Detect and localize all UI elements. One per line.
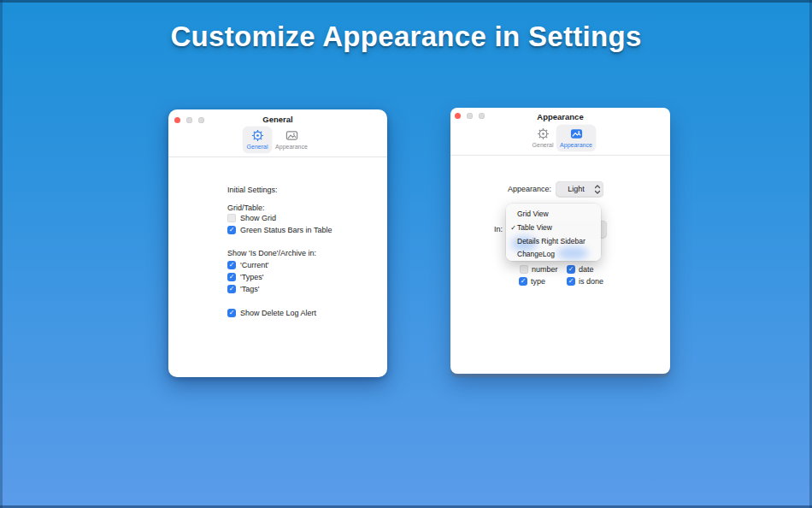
checkbox-number[interactable] (520, 265, 528, 274)
tab-appearance-label: Appearance (556, 142, 596, 148)
stepper-icon (594, 185, 601, 194)
promo-background: Customize Appearance in Settings General… (0, 0, 812, 508)
checkbox-delete-log-alert-label[interactable]: Show Delete Log Alert (240, 309, 316, 317)
checkbox-types[interactable]: ✓ (227, 273, 236, 281)
check-icon: ✓ (227, 285, 236, 293)
tab-general-label: General (528, 142, 557, 148)
checkbox-current[interactable]: ✓ (227, 261, 236, 269)
image-icon (556, 127, 596, 140)
image-icon (274, 129, 309, 142)
tab-appearance-label: Appearance (274, 144, 309, 150)
page-title: Customize Appearance in Settings (0, 21, 812, 53)
tab-general-label: General (243, 144, 272, 150)
menu-item-table-view[interactable]: ✓ Table View (506, 222, 601, 234)
checkbox-tags-label[interactable]: 'Tags' (240, 285, 259, 293)
checkbox-is-done-label[interactable]: is done (579, 277, 603, 286)
view-dropdown-menu: Grid View ✓ Table View Details Right Sid… (506, 204, 601, 261)
general-settings-window: General General Appearance Initial Setti… (168, 109, 387, 377)
menu-item-details-right-sidebar[interactable]: Details Right Sidebar (506, 235, 601, 248)
checkbox-date-label[interactable]: date (579, 265, 594, 274)
toolbar-divider (450, 155, 670, 156)
window-title: General (168, 115, 387, 124)
appearance-popup-button[interactable]: Light (556, 181, 603, 197)
checkbox-tags[interactable]: ✓ (227, 285, 236, 293)
checkbox-green-status-label[interactable]: Green Status Bars in Table (240, 226, 332, 234)
toolbar-divider (168, 157, 387, 157)
checkbox-date[interactable]: ✓ (567, 265, 575, 274)
checkbox-is-done[interactable]: ✓ (567, 277, 575, 286)
in-row-label: In: (494, 225, 503, 233)
menu-item-changelog[interactable]: ChangeLog (506, 248, 601, 261)
checkbox-green-status[interactable]: ✓ (227, 226, 236, 234)
tab-general[interactable]: General (528, 125, 557, 151)
check-icon: ✓ (567, 277, 575, 286)
tab-appearance[interactable]: Appearance (556, 125, 596, 151)
checkbox-type-label[interactable]: type (531, 277, 545, 286)
check-icon: ✓ (567, 265, 575, 274)
checkbox-delete-log-alert[interactable]: ✓ (227, 309, 236, 317)
checkbox-show-grid-label[interactable]: Show Grid (240, 214, 276, 222)
appearance-row-label: Appearance: (450, 185, 551, 193)
appearance-popup-value: Light (556, 181, 597, 197)
tab-appearance[interactable]: Appearance (274, 127, 309, 153)
check-icon: ✓ (227, 261, 236, 269)
checkbox-current-label[interactable]: 'Current' (240, 261, 268, 269)
heading-initial-settings: Initial Settings: (227, 186, 278, 194)
check-icon: ✓ (227, 226, 236, 234)
window-title: Appearance (450, 112, 670, 121)
check-icon: ✓ (227, 273, 236, 281)
heading-grid-table: Grid/Table: (227, 204, 265, 212)
check-icon: ✓ (227, 309, 236, 317)
checkbox-types-label[interactable]: 'Types' (240, 273, 263, 281)
menu-item-grid-view[interactable]: Grid View (506, 208, 601, 221)
dark-edge-frame (0, 0, 812, 508)
tab-general[interactable]: General (243, 127, 272, 153)
checkbox-type[interactable]: ✓ (519, 277, 527, 286)
checkbox-number-label[interactable]: number (532, 265, 558, 274)
appearance-settings-window: Appearance General Appearance Appearance… (450, 108, 670, 374)
check-icon: ✓ (509, 222, 517, 234)
checkbox-show-grid[interactable] (227, 214, 236, 222)
heading-show-done: Show 'Is Done'/Archive in: (227, 249, 316, 257)
gear-icon (528, 127, 557, 140)
gear-icon (243, 129, 272, 142)
check-icon: ✓ (519, 277, 527, 286)
